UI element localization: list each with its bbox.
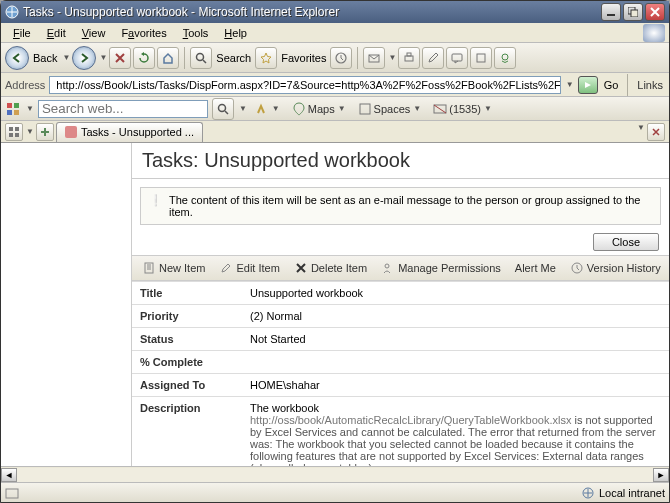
search-label[interactable]: Search	[216, 52, 251, 64]
close-window-button[interactable]	[645, 3, 665, 21]
back-dropdown[interactable]: ▼	[62, 53, 70, 62]
menu-edit[interactable]: Edit	[39, 25, 74, 41]
svg-rect-15	[7, 110, 12, 115]
go-button[interactable]	[578, 76, 598, 94]
window-title: Tasks - Unsupported workbook - Microsoft…	[23, 5, 601, 19]
status-icon	[5, 486, 19, 500]
address-url: http://oss/Book/Lists/Tasks/DispForm.asp…	[56, 79, 560, 91]
search-go-button[interactable]	[212, 98, 234, 120]
spaces-label: Spaces	[374, 103, 411, 115]
svg-rect-14	[14, 103, 19, 108]
tab-label: Tasks - Unsupported ...	[81, 126, 194, 138]
svg-rect-13	[7, 103, 12, 108]
blocked-button[interactable]: (1535)▼	[429, 102, 496, 116]
svg-line-18	[225, 111, 228, 114]
refresh-button[interactable]	[133, 47, 155, 69]
search-input[interactable]	[38, 100, 208, 118]
complete-label: % Complete	[132, 351, 242, 374]
favorites-label[interactable]: Favorites	[281, 52, 326, 64]
quicktabs-button[interactable]	[5, 123, 23, 141]
menu-view[interactable]: View	[74, 25, 114, 41]
tab-row: ▼ Tasks - Unsupported ... ▼	[1, 121, 669, 143]
zone-label: Local intranet	[599, 487, 665, 499]
minimize-button[interactable]	[601, 3, 621, 21]
horizontal-scrollbar[interactable]: ◄ ►	[1, 466, 669, 482]
favorites-icon[interactable]	[255, 47, 277, 69]
messenger-button[interactable]	[494, 47, 516, 69]
mail-button[interactable]	[363, 47, 385, 69]
description-value: The workbook http://oss/book/AutomaticRe…	[242, 397, 669, 467]
item-form: Title Unsupported workbook Priority (2) …	[132, 281, 669, 466]
action-bar: New Item Edit Item Delete Item Manage Pe…	[132, 255, 669, 281]
version-history-action[interactable]: Version History	[564, 259, 667, 277]
back-button[interactable]	[5, 46, 29, 70]
forward-dropdown[interactable]: ▼	[99, 53, 107, 62]
menubar: File Edit View Favorites Tools Help	[1, 23, 669, 43]
scroll-left-arrow[interactable]: ◄	[1, 468, 17, 482]
stop-button[interactable]	[109, 47, 131, 69]
assigned-label: Assigned To	[132, 374, 242, 397]
delete-icon	[294, 261, 308, 275]
menu-favorites[interactable]: Favorites	[113, 25, 174, 41]
go-label: Go	[604, 79, 619, 91]
address-label: Address	[5, 79, 45, 91]
tab-1[interactable]: Tasks - Unsupported ...	[56, 122, 203, 142]
edit-icon	[219, 261, 233, 275]
svg-line-21	[434, 105, 446, 113]
scroll-right-arrow[interactable]: ►	[653, 468, 669, 482]
page-title: Tasks: Unsupported workbook	[132, 143, 669, 179]
svg-rect-10	[452, 54, 462, 61]
title-value: Unsupported workbook	[242, 282, 669, 305]
live-dropdown[interactable]: ▼	[26, 104, 34, 113]
alert-me-action[interactable]: Alert Me	[509, 259, 562, 277]
menu-tools[interactable]: Tools	[175, 25, 217, 41]
svg-rect-1	[607, 14, 615, 16]
row-title: Title Unsupported workbook	[132, 282, 669, 305]
address-input[interactable]: http://oss/Book/Lists/Tasks/DispForm.asp…	[49, 76, 560, 94]
history-button[interactable]	[330, 47, 352, 69]
quicklaunch-pane	[1, 143, 131, 466]
new-tab-button[interactable]	[36, 123, 54, 141]
back-label: Back	[33, 52, 57, 64]
info-icon: ❕	[149, 194, 163, 207]
priority-value: (2) Normal	[242, 305, 669, 328]
security-zone[interactable]: Local intranet	[581, 486, 665, 500]
print-button[interactable]	[398, 47, 420, 69]
svg-point-12	[502, 54, 508, 60]
assigned-value: HOME\shahar	[242, 374, 669, 397]
svg-point-27	[385, 264, 389, 268]
search-dropdown[interactable]: ▼	[239, 104, 247, 113]
maximize-button[interactable]	[623, 3, 643, 21]
description-link[interactable]: http://oss/book/AutomaticRecalcLibrary/Q…	[250, 414, 571, 426]
intranet-icon	[581, 486, 595, 500]
forward-button[interactable]	[72, 46, 96, 70]
delete-item-action[interactable]: Delete Item	[288, 259, 373, 277]
svg-rect-11	[477, 54, 485, 62]
close-button[interactable]: Close	[593, 233, 659, 251]
row-description: Description The workbook http://oss/book…	[132, 397, 669, 467]
links-label[interactable]: Links	[637, 79, 663, 91]
maps-button[interactable]: Maps▼	[288, 102, 350, 116]
svg-rect-16	[14, 110, 19, 115]
menu-file[interactable]: File	[5, 25, 39, 41]
quicktabs-dropdown[interactable]: ▼	[26, 127, 34, 136]
home-button[interactable]	[157, 47, 179, 69]
edit-button[interactable]	[422, 47, 444, 69]
highlight-button[interactable]: ▼	[251, 102, 284, 116]
ie-icon	[5, 5, 19, 19]
menu-help[interactable]: Help	[216, 25, 255, 41]
manage-permissions-action[interactable]: Manage Permissions	[375, 259, 507, 277]
new-item-action[interactable]: New Item	[136, 259, 211, 277]
spaces-button[interactable]: Spaces▼	[354, 102, 426, 116]
notice-text: The content of this item will be sent as…	[169, 194, 652, 218]
search-icon[interactable]	[190, 47, 212, 69]
close-tab-button[interactable]	[647, 123, 665, 141]
new-icon	[142, 261, 156, 275]
address-dropdown[interactable]: ▼	[566, 80, 574, 89]
svg-rect-24	[9, 133, 13, 137]
discuss-button[interactable]	[446, 47, 468, 69]
tabs-dropdown[interactable]: ▼	[637, 123, 645, 141]
research-button[interactable]	[470, 47, 492, 69]
edit-item-action[interactable]: Edit Item	[213, 259, 285, 277]
mail-dropdown[interactable]: ▼	[388, 53, 396, 62]
